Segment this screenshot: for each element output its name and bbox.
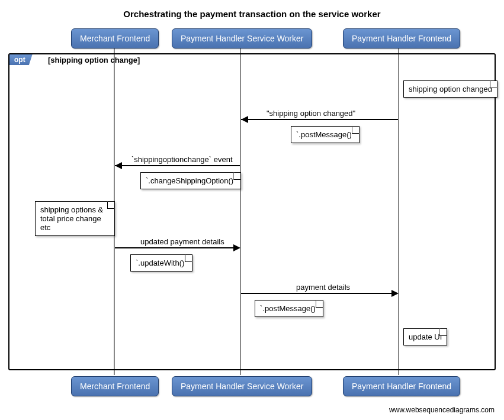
opt-tag: opt: [9, 54, 33, 65]
opt-guard: [shipping option change]: [48, 56, 140, 64]
message-arrow-2: [115, 165, 240, 166]
diagram-title: Orchestrating the payment transaction on…: [0, 9, 504, 19]
participant-worker-bottom: Payment Handler Service Worker: [172, 376, 312, 396]
message-arrow-3: [115, 247, 233, 248]
message-arrow-1-head: [241, 116, 248, 123]
message-payment-details-label: payment details: [296, 283, 350, 292]
participant-frontend-bottom: Payment Handler Frontend: [343, 376, 460, 396]
participant-frontend-top: Payment Handler Frontend: [343, 28, 460, 49]
note-updatewith: `.updateWith()`: [130, 254, 192, 272]
message-arrow-2-head: [115, 162, 122, 169]
note-update-ui: update UI: [403, 328, 447, 345]
note-changeshippingoption: `.changeShippingOption()`: [140, 172, 241, 189]
note-postmessage-1: `.postMessage()`: [291, 126, 359, 143]
note-shipping-option-changed: shipping option changed: [403, 80, 497, 98]
watermark: www.websequencediagrams.com: [389, 406, 495, 414]
message-arrow-4-head: [391, 290, 399, 297]
note-shipping-options-total: shipping options & total price change et…: [35, 201, 115, 236]
participant-worker-top: Payment Handler Service Worker: [172, 28, 312, 49]
participant-merchant-bottom: Merchant Frontend: [71, 376, 159, 396]
message-arrow-1: [241, 119, 398, 120]
note-postmessage-2: `.postMessage()`: [255, 300, 323, 317]
message-shippingoptionchange-event-label: `shippingoptionchange` event: [131, 155, 233, 164]
message-arrow-4: [241, 293, 391, 294]
participant-merchant-top: Merchant Frontend: [71, 28, 159, 49]
message-arrow-3-head: [233, 244, 240, 251]
message-updated-payment-details-label: updated payment details: [140, 237, 224, 246]
message-shipping-option-changed-label: "shipping option changed": [267, 109, 355, 118]
